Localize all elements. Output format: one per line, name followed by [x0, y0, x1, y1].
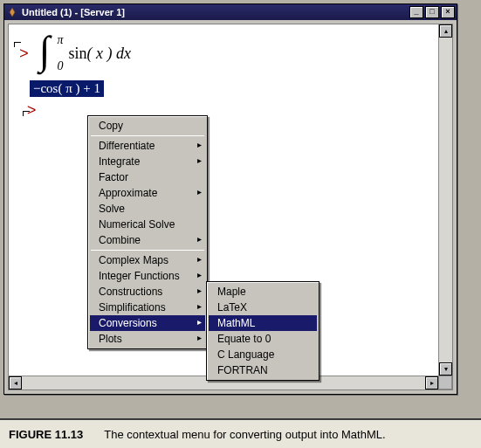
input-prompt: > — [19, 45, 29, 63]
menu-conversions[interactable]: Conversions — [90, 315, 205, 331]
menu-copy[interactable]: Copy — [90, 118, 205, 134]
titlebar: Untitled (1) - [Server 1] _ □ × — [4, 4, 457, 20]
next-input-row[interactable]: > — [23, 102, 442, 120]
selected-output[interactable]: −cos( π ) + 1 — [30, 80, 104, 97]
integral-bounds: π 0 — [57, 33, 63, 73]
integral-expression[interactable]: ∫ π 0 sin( x ) dx — [38, 33, 131, 73]
menu-numerical-solve[interactable]: Numerical Solve — [90, 217, 205, 232]
scroll-left-button[interactable]: ◂ — [9, 376, 22, 389]
menu-separator — [91, 135, 204, 136]
menu-constructions[interactable]: Constructions — [90, 284, 205, 300]
menu-integer-functions[interactable]: Integer Functions — [90, 268, 205, 284]
input-row: > ∫ π 0 sin( x ) dx — [19, 33, 442, 73]
input-prompt: > — [27, 102, 37, 120]
integrand: sin( x ) dx — [68, 45, 131, 63]
app-icon — [6, 6, 18, 18]
menu-approximate[interactable]: Approximate — [90, 185, 205, 201]
group-bracket-icon — [14, 42, 21, 47]
menu-factor[interactable]: Factor — [90, 169, 205, 185]
minimize-button[interactable]: _ — [409, 6, 423, 18]
lower-bound: 0 — [57, 59, 63, 73]
vertical-scrollbar[interactable]: ▴ ▾ — [438, 24, 452, 376]
submenu-latex[interactable]: LaTeX — [209, 300, 317, 315]
menu-integrate[interactable]: Integrate — [90, 154, 205, 169]
scroll-down-button[interactable]: ▾ — [439, 362, 452, 376]
figure-label: FIGURE 11.13 — [9, 428, 83, 441]
scroll-corner — [438, 376, 452, 389]
submenu-mathml[interactable]: MathML — [209, 315, 317, 331]
submenu-fortran[interactable]: FORTRAN — [209, 362, 317, 378]
submenu-equate-to-0[interactable]: Equate to 0 — [209, 331, 317, 347]
maximize-button[interactable]: □ — [425, 6, 439, 18]
conversions-submenu: Maple LaTeX MathML Equate to 0 C Languag… — [206, 281, 320, 381]
window-controls: _ □ × — [409, 6, 455, 18]
menu-differentiate[interactable]: Differentiate — [90, 138, 205, 154]
menu-simplifications[interactable]: Simplifications — [90, 300, 205, 315]
worksheet[interactable]: > ∫ π 0 sin( x ) dx −cos( π ) + 1 — [9, 24, 452, 128]
figure-text: The contextual menu for converting outpu… — [104, 428, 385, 441]
submenu-c-language[interactable]: C Language — [209, 347, 317, 362]
menu-plots[interactable]: Plots — [90, 331, 205, 347]
window-title: Untitled (1) - [Server 1] — [22, 7, 409, 17]
upper-bound: π — [57, 33, 63, 47]
figure-caption: FIGURE 11.13 The contextual menu for con… — [0, 418, 481, 448]
scroll-up-button[interactable]: ▴ — [439, 24, 452, 38]
menu-combine[interactable]: Combine — [90, 232, 205, 248]
menu-separator — [91, 250, 204, 251]
close-button[interactable]: × — [441, 6, 455, 18]
context-menu: Copy Differentiate Integrate Factor Appr… — [87, 115, 208, 349]
submenu-maple[interactable]: Maple — [209, 284, 317, 300]
scroll-right-button[interactable]: ▸ — [425, 376, 438, 389]
integral-sign-icon: ∫ — [38, 33, 52, 73]
menu-solve[interactable]: Solve — [90, 201, 205, 217]
menu-complex-maps[interactable]: Complex Maps — [90, 252, 205, 268]
output-row: −cos( π ) + 1 — [30, 80, 442, 97]
